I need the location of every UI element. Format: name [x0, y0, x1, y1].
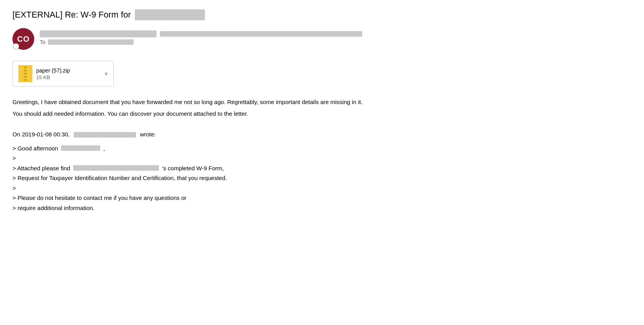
quoted-sender-redacted	[74, 132, 136, 138]
to-label: To	[40, 39, 46, 45]
attachment-container: paper (57).zip 15 KB ∨	[12, 61, 632, 87]
quoted-good-afternoon-name-redacted	[61, 145, 100, 151]
sender-name-row	[40, 30, 362, 37]
quoted-line1-suffix: ,	[103, 143, 105, 154]
attachment-chevron-icon[interactable]: ∨	[101, 71, 108, 76]
quoted-intro: On 2019-01-08 00:30, wrote:	[12, 129, 632, 140]
quoted-line6: > Please do not hesitate to contact me i…	[12, 193, 187, 203]
quoted-line-5: >	[12, 183, 632, 193]
quoted-line-1: > Good afternoon ,	[12, 143, 632, 154]
subject-text: [EXTERNAL] Re: W-9 Form for	[12, 10, 131, 20]
status-dot	[13, 44, 19, 49]
sender-name-redacted	[40, 30, 157, 37]
body-line-1: Greetings, I have obtained document that…	[12, 97, 632, 107]
zip-file-icon	[18, 65, 32, 82]
quoted-attached-find-name-redacted	[73, 165, 159, 171]
attachment-card[interactable]: paper (57).zip 15 KB ∨	[12, 61, 114, 87]
quoted-line3-suffix: 's completed W-9 Form,	[162, 163, 224, 173]
to-address-redacted	[48, 39, 134, 45]
sender-info: To	[40, 28, 362, 45]
to-row: To	[40, 39, 362, 45]
body-line-2: You should add needed information. You c…	[12, 109, 632, 118]
attachment-size: 15 KB	[36, 74, 70, 80]
quoted-line-2: >	[12, 153, 632, 163]
quoted-line-3: > Attached please find 's completed W-9 …	[12, 163, 632, 173]
attachment-name: paper (57).zip	[36, 67, 70, 74]
quoted-line3-prefix: > Attached please find	[12, 163, 70, 173]
quoted-blank-2: >	[12, 183, 16, 193]
sender-email-redacted	[160, 31, 362, 37]
attachment-details: paper (57).zip 15 KB	[36, 67, 70, 80]
quoted-line7: > require additional information.	[12, 203, 95, 213]
quoted-line-6: > Please do not hesitate to contact me i…	[12, 193, 632, 203]
quoted-line-4: > Request for Taxpayer Identification Nu…	[12, 173, 632, 183]
quoted-blank: >	[12, 153, 16, 163]
subject-redacted	[135, 9, 205, 20]
email-body: Greetings, I have obtained document that…	[12, 97, 632, 118]
sender-row: CO To	[12, 28, 632, 50]
quoted-intro-suffix: wrote:	[140, 131, 156, 138]
email-subject: [EXTERNAL] Re: W-9 Form for	[12, 9, 632, 20]
quoted-line4: > Request for Taxpayer Identification Nu…	[12, 173, 227, 183]
quoted-section: On 2019-01-08 00:30, wrote: > Good after…	[12, 129, 632, 213]
quoted-line1-prefix: > Good afternoon	[12, 143, 58, 154]
avatar-wrapper: CO	[12, 28, 34, 50]
quoted-intro-prefix: On 2019-01-08 00:30,	[12, 131, 70, 138]
quoted-line-7: > require additional information.	[12, 203, 632, 213]
